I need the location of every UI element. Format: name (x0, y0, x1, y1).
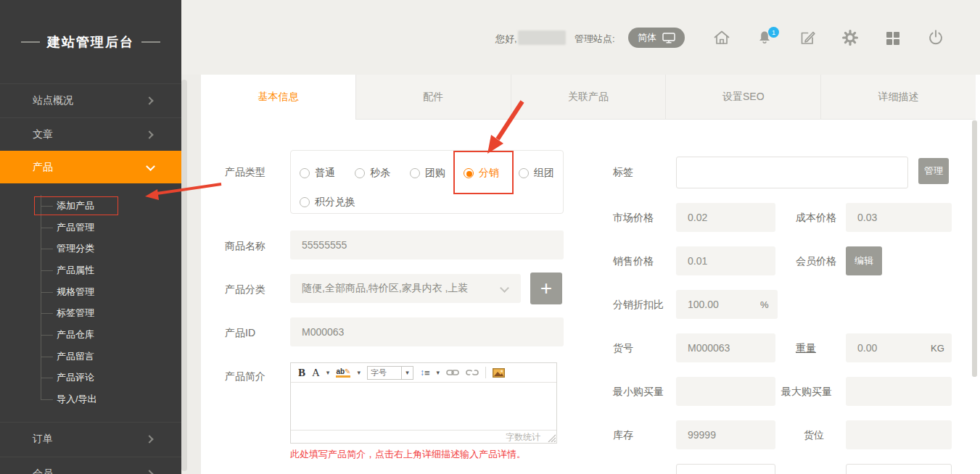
member-price-label: 会员价格 (796, 255, 836, 268)
title-dash-right (141, 41, 160, 43)
font-size-input[interactable] (368, 367, 401, 379)
sidebar-item-members[interactable]: 会员 (0, 457, 181, 474)
highlight-icon[interactable]: ab✎ (336, 367, 350, 378)
add-category-button[interactable]: + (530, 273, 562, 304)
intro-helper-note: 此处填写产品简介，点击右上角详细描述输入产品详情。 (290, 448, 526, 461)
tree-tick (41, 378, 53, 378)
tab-related-products[interactable]: 关联产品 (511, 75, 666, 120)
font-color-icon[interactable]: A (312, 367, 320, 379)
shelf-location-label: 货位 (804, 429, 824, 442)
unlink-icon[interactable] (466, 367, 479, 378)
font-size-caret-button[interactable]: ▾ (401, 367, 413, 379)
submenu-item-category-management[interactable]: 管理分类 (57, 238, 173, 259)
settings-gear-icon[interactable] (841, 28, 860, 47)
radio-icon[interactable] (519, 168, 529, 178)
tab-seo-settings[interactable]: 设置SEO (665, 75, 820, 120)
radio-option-flash-sale[interactable]: 秒杀 (355, 167, 390, 180)
max-purchase-input[interactable] (846, 377, 952, 406)
market-price-input[interactable] (676, 203, 775, 232)
product-name-input[interactable] (290, 230, 564, 259)
page-scrollbar-thumb[interactable] (972, 120, 977, 377)
manage-tags-button[interactable]: 管理 (918, 158, 949, 184)
chevron-right-icon (145, 435, 153, 443)
submenu-item-add-product[interactable]: 添加产品 (57, 196, 173, 216)
insert-link-icon[interactable] (446, 368, 459, 377)
line-height-icon[interactable]: ↕ ≡ (420, 367, 430, 378)
tab-basic-info[interactable]: 基本信息 (201, 75, 355, 120)
font-color-caret-icon[interactable]: ▾ (326, 369, 330, 376)
submenu-item-product-warehouse[interactable]: 产品仓库 (57, 325, 173, 345)
radio-option-group-buy[interactable]: 团购 (410, 167, 445, 180)
chevron-down-icon (146, 162, 155, 171)
edit-compose-icon[interactable] (798, 28, 817, 47)
sidebar-item-label: 站点概况 (33, 94, 73, 107)
radio-option-normal[interactable]: 普通 (300, 167, 335, 180)
product-id-input[interactable] (290, 317, 564, 346)
tab-accessories[interactable]: 配件 (355, 75, 511, 120)
notification-badge: 1 (768, 27, 779, 38)
edit-member-price-button[interactable]: 编辑 (846, 246, 882, 275)
chevron-right-icon (145, 130, 153, 138)
title-dash-left (21, 41, 40, 43)
sidebar-item-orders[interactable]: 订单 (0, 422, 181, 456)
home-icon[interactable] (712, 28, 731, 47)
submenu-item-product-management[interactable]: 产品管理 (57, 217, 173, 238)
product-category-select[interactable] (290, 274, 521, 303)
sidebar-item-articles[interactable]: 文章 (0, 117, 181, 151)
radio-icon[interactable] (355, 168, 365, 178)
submenu-tree-line (41, 195, 41, 400)
submenu-item-spec-management[interactable]: 规格管理 (57, 282, 173, 302)
sale-price-input[interactable] (676, 246, 775, 275)
power-logout-icon[interactable] (926, 28, 945, 47)
tree-tick (41, 249, 53, 249)
caret-down-icon: ▾ (405, 369, 409, 376)
min-purchase-input[interactable] (676, 377, 775, 406)
language-switch-button[interactable]: 简体 (628, 28, 685, 48)
sidebar-item-products[interactable]: 产品 (0, 151, 181, 183)
submenu-item-tag-management[interactable]: 标签管理 (57, 303, 173, 323)
radio-icon-selected[interactable] (464, 168, 474, 178)
submenu-item-product-messages[interactable]: 产品留言 (57, 346, 173, 367)
chevron-right-icon (145, 470, 153, 474)
partial-bottom-input-left[interactable] (676, 464, 775, 474)
highlight-caret-icon[interactable]: ▾ (357, 369, 361, 376)
radio-icon[interactable] (300, 197, 310, 207)
sidebar-item-label: 文章 (33, 128, 53, 141)
radio-label: 积分兑换 (315, 196, 355, 209)
shelf-location-input[interactable] (846, 420, 952, 449)
radio-option-points-exchange[interactable]: 积分兑换 (300, 196, 355, 209)
language-label: 简体 (638, 31, 656, 44)
radio-icon[interactable] (410, 168, 420, 178)
submenu-item-product-reviews[interactable]: 产品评论 (57, 367, 173, 388)
radio-option-team-buy[interactable]: 组团 (519, 167, 554, 180)
stock-input[interactable] (676, 420, 775, 449)
radio-label: 团购 (425, 167, 445, 180)
line-height-caret-icon[interactable]: ▾ (437, 369, 440, 376)
bold-icon[interactable]: B (298, 367, 305, 379)
radio-option-distribution[interactable]: 分销 (464, 167, 499, 180)
sidebar-item-site-overview[interactable]: 站点概况 (0, 83, 181, 117)
resize-grip-icon[interactable] (548, 434, 556, 442)
username-redacted (518, 30, 566, 45)
product-type-group: 普通 秒杀 团购 分销 组团 积分兑换 (290, 150, 564, 214)
item-number-input[interactable] (676, 333, 775, 362)
tab-detailed-description[interactable]: 详细描述 (820, 75, 976, 120)
market-price-label: 市场价格 (613, 212, 654, 225)
submenu-item-product-attributes[interactable]: 产品属性 (57, 260, 173, 280)
apps-grid-icon[interactable] (884, 28, 902, 47)
partial-bottom-input-right[interactable] (846, 464, 952, 474)
radio-label: 秒杀 (370, 167, 390, 180)
submenu-item-import-export[interactable]: 导入/导出 (57, 389, 173, 409)
highlight-text: ab (336, 367, 345, 375)
tags-input[interactable] (676, 157, 908, 188)
sidebar-scrollbar[interactable] (181, 80, 187, 471)
tree-tick (41, 206, 53, 207)
radio-label: 分销 (479, 167, 499, 180)
radio-icon[interactable] (300, 168, 310, 178)
max-purchase-label: 最大购买量 (781, 386, 832, 399)
weight-label: 重量 (796, 342, 816, 355)
editor-text-area[interactable] (291, 383, 556, 430)
cost-price-input[interactable] (846, 203, 952, 232)
editor-status-bar: 字数统计 (291, 430, 556, 444)
insert-image-icon[interactable] (493, 368, 505, 378)
